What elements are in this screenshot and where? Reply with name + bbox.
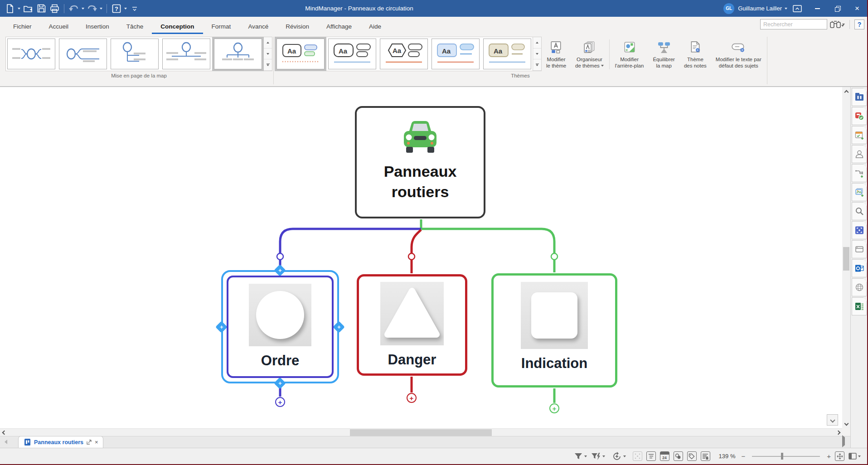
- close-button[interactable]: ×: [847, 0, 867, 17]
- add-subtopic-indication-button[interactable]: +: [549, 403, 559, 413]
- zoom-level[interactable]: 139 %: [719, 453, 736, 460]
- theme-thumb-1[interactable]: Aa: [276, 39, 325, 69]
- gallery-more-button[interactable]: [264, 59, 272, 71]
- new-document-caret-icon[interactable]: [18, 8, 20, 10]
- balance-map-button[interactable]: Équilibrer la map: [649, 38, 679, 70]
- sidebar-tab-calendar-add[interactable]: [852, 126, 867, 144]
- minimize-button[interactable]: [807, 0, 827, 17]
- redo-caret-icon[interactable]: [100, 8, 102, 10]
- tab-tache[interactable]: Tâche: [118, 19, 152, 34]
- binoculars-search-button[interactable]: [830, 20, 845, 29]
- user-name[interactable]: Guillaume Lailler: [738, 5, 782, 12]
- theme-organizer-button[interactable]: Organiseur de thèmes: [571, 38, 608, 70]
- resources-view-button[interactable]: [674, 451, 683, 461]
- vertical-scrollbar[interactable]: [842, 87, 850, 428]
- scroll-up-button[interactable]: [842, 88, 850, 96]
- sidebar-tab-image-add[interactable]: [852, 183, 867, 201]
- add-subtopic-ordre-button[interactable]: +: [275, 397, 285, 407]
- gallery-more-button[interactable]: [533, 59, 541, 71]
- topic-ordre[interactable]: Ordre: [227, 276, 334, 378]
- quick-filter-button[interactable]: [591, 452, 605, 460]
- gallery-scroll-up-button[interactable]: [533, 37, 541, 48]
- undo-button[interactable]: [68, 3, 79, 15]
- doc-tab-scroll-left-button[interactable]: [0, 436, 12, 448]
- sidebar-tab-outlook[interactable]: [852, 259, 867, 277]
- tab-insertion[interactable]: Insertion: [77, 19, 118, 34]
- zoom-slider[interactable]: [752, 456, 820, 457]
- scroll-left-button[interactable]: [0, 429, 8, 436]
- collapse-handle-danger[interactable]: [408, 253, 415, 260]
- help-button[interactable]: ?: [854, 19, 864, 29]
- tab-revision[interactable]: Révision: [277, 19, 318, 34]
- layout-thumb-right-map[interactable]: [59, 39, 107, 69]
- topic-root[interactable]: Panneaux routiers: [355, 106, 485, 218]
- sidebar-tab-browser[interactable]: [852, 240, 867, 258]
- panel-toggle-button[interactable]: [849, 453, 861, 460]
- customize-toolbar-button[interactable]: [129, 3, 140, 15]
- theme-thumb-4[interactable]: Aa: [432, 39, 480, 69]
- sidebar-tab-fit-selection[interactable]: [852, 221, 867, 239]
- horizontal-scrollbar[interactable]: [0, 428, 842, 436]
- fit-map-button[interactable]: [835, 451, 844, 461]
- vertical-scroll-thumb[interactable]: [843, 247, 849, 271]
- notes-theme-button[interactable]: Thème des notes: [680, 38, 711, 70]
- avatar[interactable]: GL: [723, 3, 734, 14]
- redo-button[interactable]: [87, 3, 97, 15]
- search-input[interactable]: [761, 21, 839, 28]
- layout-thumb-org-chart[interactable]: [214, 39, 262, 69]
- layout-thumb-tree-right[interactable]: [111, 39, 159, 69]
- theme-thumb-5[interactable]: Aa: [483, 39, 531, 69]
- layout-thumb-radial-map[interactable]: [7, 39, 55, 69]
- collapse-handle-indication[interactable]: [551, 253, 558, 260]
- modify-theme-button[interactable]: Modifier le thème: [542, 38, 570, 70]
- theme-thumb-3[interactable]: Aa: [380, 39, 428, 69]
- zoom-slider-handle[interactable]: [781, 453, 783, 460]
- tab-accueil[interactable]: Accueil: [40, 19, 78, 34]
- horizontal-scroll-thumb[interactable]: [350, 429, 492, 436]
- tab-fichier[interactable]: Fichier: [5, 19, 40, 34]
- sidebar-tab-map-index[interactable]: [852, 88, 867, 106]
- outline-view-button[interactable]: [646, 451, 656, 461]
- tab-affichage[interactable]: Affichage: [318, 19, 360, 34]
- gallery-scroll-down-button[interactable]: [264, 48, 272, 60]
- save-button[interactable]: [36, 3, 47, 15]
- default-topic-text-button[interactable]: Modifier le texte par défaut des sujets: [712, 38, 766, 70]
- restore-button[interactable]: [827, 0, 847, 17]
- scroll-right-button[interactable]: [834, 429, 842, 436]
- help-menu-button[interactable]: ?: [111, 3, 122, 15]
- zoom-in-button[interactable]: +: [827, 452, 831, 460]
- sidebar-tab-map-parts[interactable]: [852, 164, 867, 182]
- gallery-scroll-up-button[interactable]: [264, 37, 272, 48]
- center-map-button[interactable]: [827, 414, 838, 426]
- map-canvas[interactable]: Panneaux routiers + + + + Ordre Danger: [0, 87, 842, 428]
- theme-thumb-2[interactable]: Aa: [328, 39, 376, 69]
- filter-button[interactable]: [574, 452, 587, 460]
- tab-avance[interactable]: Avancé: [239, 19, 277, 34]
- ribbon-display-options-button[interactable]: [787, 0, 807, 17]
- sidebar-tab-task-info[interactable]: [852, 107, 867, 125]
- sidebar-tab-excel[interactable]: [852, 297, 867, 315]
- notes-view-button[interactable]: [701, 451, 710, 461]
- tab-format[interactable]: Format: [203, 19, 240, 34]
- undo-caret-icon[interactable]: [82, 8, 84, 10]
- sidebar-tab-web-globe[interactable]: [852, 278, 867, 296]
- scroll-down-button[interactable]: [842, 419, 850, 427]
- new-document-button[interactable]: [5, 3, 15, 15]
- schedule-view-button[interactable]: 24: [660, 451, 669, 461]
- modify-background-button[interactable]: Modifier l'arrière-plan: [611, 38, 648, 70]
- help-caret-icon[interactable]: [124, 8, 127, 10]
- tab-conception[interactable]: Conception: [152, 19, 203, 34]
- document-tab-active[interactable]: Panneaux routiers ×: [18, 436, 103, 448]
- sidebar-tab-search[interactable]: [852, 202, 867, 220]
- autosync-button[interactable]: [612, 451, 626, 461]
- layout-thumb-split-tree[interactable]: [162, 39, 210, 69]
- topic-indication[interactable]: Indication: [491, 273, 617, 388]
- add-subtopic-danger-button[interactable]: +: [407, 393, 417, 403]
- gallery-scroll-down-button[interactable]: [533, 48, 541, 60]
- popout-tab-icon[interactable]: [87, 440, 92, 445]
- sidebar-tab-resources[interactable]: [852, 145, 867, 163]
- collapse-handle-ordre[interactable]: [277, 253, 283, 260]
- print-button[interactable]: [49, 3, 60, 15]
- open-button[interactable]: [23, 3, 34, 15]
- topic-danger[interactable]: Danger: [357, 274, 467, 376]
